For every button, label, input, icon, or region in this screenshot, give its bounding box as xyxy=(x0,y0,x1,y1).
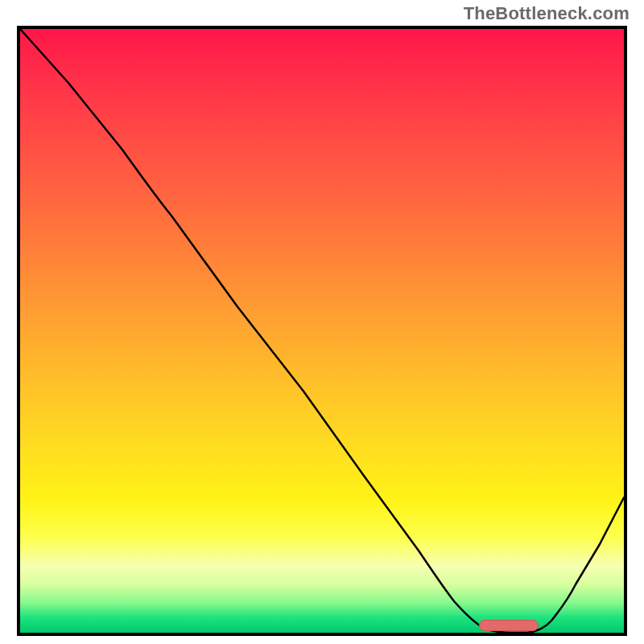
attribution-label: TheBottleneck.com xyxy=(464,3,630,24)
plot-area xyxy=(20,29,624,633)
plot-frame xyxy=(17,26,627,636)
curve-path xyxy=(20,29,624,633)
chart-container: TheBottleneck.com xyxy=(0,0,644,644)
optimal-marker xyxy=(479,620,539,631)
bottleneck-curve xyxy=(20,29,624,633)
